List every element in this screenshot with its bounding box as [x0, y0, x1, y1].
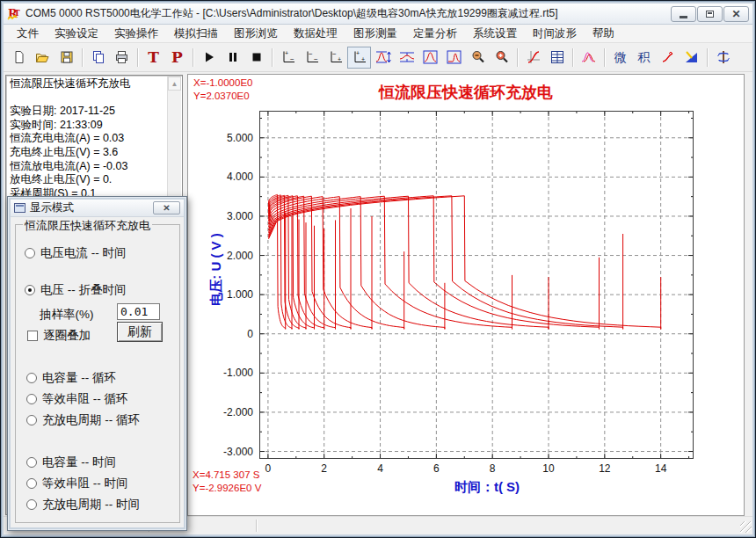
zoom-out-icon [471, 50, 485, 64]
option-capacity-cycle[interactable]: 电容量 -- 循环 [26, 370, 116, 386]
curve-cross-button[interactable] [521, 47, 545, 69]
info-line: 实验时间: 21:33:09 [10, 119, 166, 133]
minimize-button[interactable] [671, 6, 696, 22]
option-period-time[interactable]: 充放电周期 -- 时间 [26, 497, 140, 513]
compress-y-peak-button[interactable] [395, 47, 418, 69]
option-period-cycle[interactable]: 充放电周期 -- 循环 [26, 412, 140, 428]
axis-zoom-1-button[interactable]: +− [276, 47, 300, 69]
sample-rate-input[interactable] [117, 303, 160, 320]
sample-rate-label: 抽样率(%) [40, 307, 94, 323]
refresh-button[interactable]: 刷新 [117, 322, 163, 342]
x-tick-label: 14 [655, 462, 666, 475]
text-p-button[interactable]: P [165, 47, 189, 69]
play-button[interactable] [197, 47, 221, 69]
overlay-per-cycle-checkbox[interactable]: 逐圈叠加 [27, 328, 91, 344]
option-label: 充放电周期 -- 循环 [42, 412, 140, 428]
stop-button[interactable] [244, 47, 268, 69]
open-folder-button[interactable] [31, 47, 55, 69]
pause-button[interactable] [221, 47, 244, 69]
differential-icon: 微 [614, 51, 627, 63]
save-button[interactable] [55, 47, 78, 69]
play-icon [203, 51, 215, 63]
option-label: 电压电流 -- 时间 [40, 245, 127, 261]
checkbox-icon [27, 331, 38, 341]
pause-icon [228, 52, 238, 62]
cursor-bottom-y: Y=-2.9926E0 V [193, 483, 261, 493]
axis-zoom-4-button[interactable]: ++ [347, 47, 371, 69]
cursor-bottom-x: X=4.715 307 S [193, 469, 259, 480]
svg-text:+: + [285, 50, 288, 56]
close-button[interactable]: ✕ [723, 6, 749, 22]
axis-zoom-2-button[interactable]: −− [300, 47, 323, 69]
info-line: 放电终止电压(V) = 0. [10, 173, 166, 187]
menu-item-11[interactable]: 帮助 [585, 24, 622, 44]
minimize-icon [680, 16, 687, 18]
new-file-button[interactable] [7, 47, 31, 69]
radio-icon [25, 248, 35, 258]
app-window: R T COM5 0000 RST5000电化学工作站 - [C:\Users\… [0, 0, 756, 538]
menu-item-6[interactable]: 数据处理 [286, 24, 345, 44]
app-icon: R T [7, 7, 21, 21]
dialog-close-icon: ✕ [163, 203, 170, 213]
axis-zoom-4-icon: ++ [352, 50, 367, 64]
text-t-button[interactable]: T [142, 47, 165, 69]
option-label: 电容量 -- 循环 [42, 370, 116, 386]
overlay-peaks-button[interactable] [577, 47, 600, 69]
toolbar-separator [517, 48, 518, 67]
x-tick-label: 0 [265, 462, 272, 475]
info-line: 恒流放电电流(A) = -0.03 [10, 160, 166, 174]
dialog-title-bar[interactable]: 显示模式 ✕ [11, 200, 184, 217]
letter-p-icon: P [171, 50, 183, 65]
option-voltage-current-time[interactable]: 电压电流 -- 时间 [25, 245, 127, 261]
dialog-close-button[interactable]: ✕ [153, 201, 180, 214]
menu-item-3[interactable]: 实验操作 [106, 24, 166, 44]
menu-item-1[interactable]: 文件 [9, 24, 47, 44]
menu-item-10[interactable]: 时间波形 [525, 24, 585, 44]
chart-panel: X=-1.0000E0 Y=2.0370E0 恒流限压快速循环充放电 电压: U… [187, 74, 745, 516]
toolbar-separator [572, 48, 573, 67]
option-voltage-folded-time[interactable]: 电压 -- 折叠时间 [25, 282, 127, 298]
copy-button[interactable] [86, 47, 110, 69]
open-folder-icon [35, 50, 50, 64]
menu-item-2[interactable]: 实验设定 [47, 24, 106, 44]
peak-wide-box-icon [423, 50, 438, 64]
integral-button[interactable]: 积 [632, 47, 656, 69]
dialog-icon [14, 203, 25, 213]
option-esr-time[interactable]: 等效串阻 -- 时间 [26, 476, 128, 491]
rotate-3d-button[interactable] [711, 47, 735, 69]
data-table-icon [550, 50, 564, 64]
option-esr-cycle[interactable]: 等效串阻 -- 循环 [26, 391, 128, 407]
option-label: 电压 -- 折叠时间 [40, 282, 127, 298]
data-table-button[interactable] [545, 47, 569, 69]
menu-item-7[interactable]: 图形测量 [345, 24, 405, 44]
peak-wide-box-button[interactable] [418, 47, 442, 69]
menu-item-5[interactable]: 图形浏览 [226, 24, 286, 44]
new-file-icon [12, 50, 26, 64]
plot-area[interactable] [259, 111, 694, 459]
radio-icon [26, 415, 37, 425]
menu-item-4[interactable]: 模拟扫描 [166, 24, 226, 44]
resize-grip-icon[interactable] [740, 521, 752, 533]
zoom-in-button[interactable] [490, 47, 513, 69]
toolbar-separator [272, 48, 273, 67]
derivative-curve-button[interactable] [656, 47, 680, 69]
y-tick-label: 3.000 [204, 210, 253, 222]
checkbox-label: 逐圈叠加 [43, 328, 91, 344]
peak-narrow-box-button[interactable] [442, 47, 466, 69]
zoom-out-button[interactable] [466, 47, 490, 69]
menu-item-8[interactable]: 定量分析 [405, 24, 465, 44]
y-tick-label: 5.000 [204, 132, 253, 144]
zoom-in-icon [495, 50, 509, 64]
x-tick-label: 6 [433, 462, 440, 475]
print-button[interactable] [110, 47, 134, 69]
scroll-up-button[interactable]: ▲ [168, 76, 181, 91]
menu-item-9[interactable]: 系统设置 [465, 24, 525, 44]
expand-y-peak-button[interactable] [371, 47, 395, 69]
measure-ruler-button[interactable] [680, 47, 703, 69]
radio-icon [26, 457, 37, 468]
option-capacity-time[interactable]: 电容量 -- 时间 [26, 454, 116, 470]
axis-zoom-3-button[interactable]: −+ [323, 47, 347, 69]
differential-button[interactable]: 微 [608, 47, 632, 69]
integral-icon: 积 [638, 51, 651, 63]
maximize-button[interactable] [697, 6, 723, 22]
